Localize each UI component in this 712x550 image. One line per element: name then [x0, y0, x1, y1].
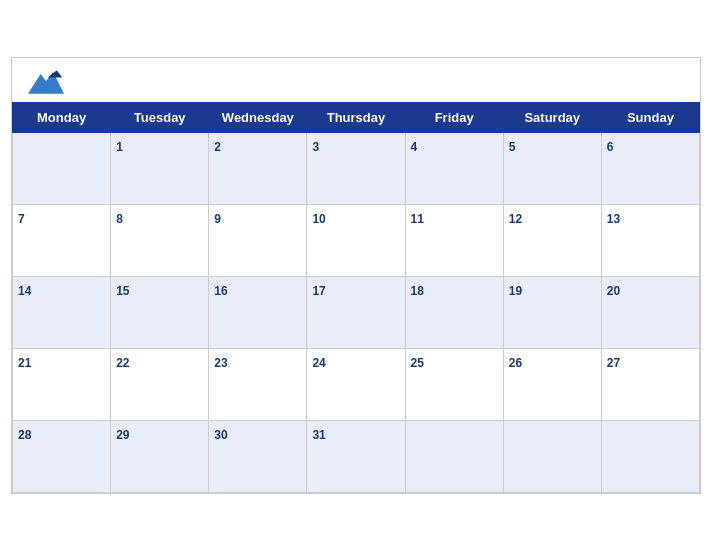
day-number: 17	[312, 284, 325, 298]
day-number: 19	[509, 284, 522, 298]
calendar-container: MondayTuesdayWednesdayThursdayFridaySatu…	[11, 57, 701, 494]
calendar-day-cell: 12	[503, 204, 601, 276]
weekday-header-row: MondayTuesdayWednesdayThursdayFridaySatu…	[13, 102, 700, 132]
weekday-header-thursday: Thursday	[307, 102, 405, 132]
calendar-day-cell: 25	[405, 348, 503, 420]
day-number: 20	[607, 284, 620, 298]
calendar-empty-cell	[405, 420, 503, 492]
calendar-day-cell: 24	[307, 348, 405, 420]
weekday-header-monday: Monday	[13, 102, 111, 132]
calendar-day-cell: 1	[111, 132, 209, 204]
calendar-week-row: 21222324252627	[13, 348, 700, 420]
day-number: 7	[18, 212, 25, 226]
day-number: 2	[214, 140, 221, 154]
day-number: 12	[509, 212, 522, 226]
weekday-header-friday: Friday	[405, 102, 503, 132]
calendar-day-cell: 13	[601, 204, 699, 276]
calendar-day-cell: 20	[601, 276, 699, 348]
calendar-day-cell: 2	[209, 132, 307, 204]
svg-marker-1	[48, 70, 62, 77]
day-number: 26	[509, 356, 522, 370]
day-number: 9	[214, 212, 221, 226]
day-number: 30	[214, 428, 227, 442]
calendar-grid: MondayTuesdayWednesdayThursdayFridaySatu…	[12, 102, 700, 493]
calendar-empty-cell	[503, 420, 601, 492]
logo-area	[28, 68, 64, 96]
calendar-day-cell: 30	[209, 420, 307, 492]
calendar-day-cell: 18	[405, 276, 503, 348]
calendar-day-cell: 4	[405, 132, 503, 204]
calendar-empty-cell	[601, 420, 699, 492]
weekday-header-wednesday: Wednesday	[209, 102, 307, 132]
calendar-day-cell: 15	[111, 276, 209, 348]
day-number: 5	[509, 140, 516, 154]
calendar-day-cell: 27	[601, 348, 699, 420]
general-blue-icon	[28, 68, 64, 96]
day-number: 29	[116, 428, 129, 442]
calendar-week-row: 28293031	[13, 420, 700, 492]
calendar-day-cell: 29	[111, 420, 209, 492]
weekday-header-tuesday: Tuesday	[111, 102, 209, 132]
calendar-day-cell: 17	[307, 276, 405, 348]
day-number: 1	[116, 140, 123, 154]
calendar-day-cell: 23	[209, 348, 307, 420]
calendar-week-row: 123456	[13, 132, 700, 204]
day-number: 31	[312, 428, 325, 442]
calendar-day-cell: 21	[13, 348, 111, 420]
calendar-day-cell: 14	[13, 276, 111, 348]
day-number: 6	[607, 140, 614, 154]
calendar-day-cell: 7	[13, 204, 111, 276]
calendar-day-cell: 11	[405, 204, 503, 276]
weekday-header-sunday: Sunday	[601, 102, 699, 132]
day-number: 14	[18, 284, 31, 298]
day-number: 27	[607, 356, 620, 370]
calendar-day-cell: 22	[111, 348, 209, 420]
calendar-day-cell: 3	[307, 132, 405, 204]
day-number: 24	[312, 356, 325, 370]
calendar-day-cell: 26	[503, 348, 601, 420]
day-number: 28	[18, 428, 31, 442]
calendar-day-cell: 6	[601, 132, 699, 204]
calendar-day-cell: 9	[209, 204, 307, 276]
calendar-day-cell: 16	[209, 276, 307, 348]
calendar-day-cell: 10	[307, 204, 405, 276]
calendar-header	[12, 58, 700, 102]
calendar-day-cell: 28	[13, 420, 111, 492]
day-number: 16	[214, 284, 227, 298]
day-number: 21	[18, 356, 31, 370]
calendar-week-row: 14151617181920	[13, 276, 700, 348]
calendar-day-cell: 5	[503, 132, 601, 204]
day-number: 22	[116, 356, 129, 370]
day-number: 15	[116, 284, 129, 298]
weekday-header-saturday: Saturday	[503, 102, 601, 132]
calendar-day-cell: 31	[307, 420, 405, 492]
day-number: 11	[411, 212, 424, 226]
calendar-empty-cell	[13, 132, 111, 204]
day-number: 4	[411, 140, 418, 154]
day-number: 8	[116, 212, 123, 226]
calendar-day-cell: 19	[503, 276, 601, 348]
day-number: 25	[411, 356, 424, 370]
day-number: 10	[312, 212, 325, 226]
day-number: 3	[312, 140, 319, 154]
day-number: 18	[411, 284, 424, 298]
day-number: 13	[607, 212, 620, 226]
calendar-week-row: 78910111213	[13, 204, 700, 276]
day-number: 23	[214, 356, 227, 370]
calendar-day-cell: 8	[111, 204, 209, 276]
